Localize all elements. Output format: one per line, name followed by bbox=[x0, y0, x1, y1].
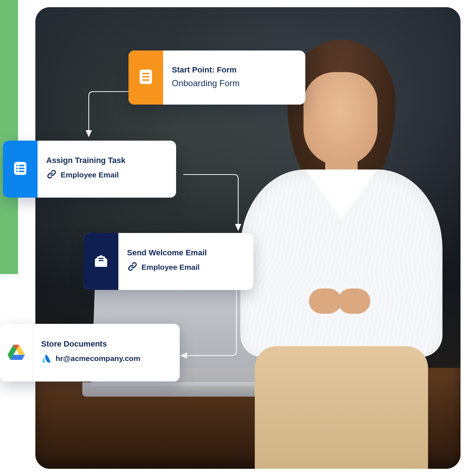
card-store-documents[interactable]: Store Documents hr@acmecompany.com bbox=[0, 324, 180, 382]
card-link-text: Employee Email bbox=[141, 263, 200, 272]
svg-marker-0 bbox=[86, 131, 91, 136]
connector-3 bbox=[179, 287, 240, 359]
svg-rect-15 bbox=[99, 258, 104, 259]
card-assign-training[interactable]: Assign Training Task Employee Email bbox=[3, 141, 176, 198]
card-welcome-email[interactable]: Send Welcome Email Employee Email bbox=[84, 233, 253, 290]
card-title: Store Documents bbox=[41, 339, 140, 349]
svg-point-10 bbox=[16, 168, 18, 169]
connector-1 bbox=[86, 89, 133, 139]
connector-2 bbox=[180, 172, 242, 233]
card-title: Assign Training Task bbox=[46, 156, 126, 165]
svg-point-12 bbox=[16, 171, 18, 172]
svg-point-8 bbox=[16, 165, 18, 167]
link-icon bbox=[127, 261, 138, 273]
svg-rect-13 bbox=[19, 171, 25, 172]
card-title: Start Point: Form bbox=[172, 65, 240, 75]
svg-rect-6 bbox=[142, 79, 149, 81]
svg-marker-2 bbox=[181, 353, 187, 358]
svg-rect-4 bbox=[142, 73, 149, 74]
card-link-text: Employee Email bbox=[61, 171, 119, 179]
svg-rect-9 bbox=[19, 165, 25, 166]
card-subtitle: Onboarding Form bbox=[172, 78, 240, 88]
card-title: Send Welcome Email bbox=[127, 248, 207, 257]
atlassian-icon bbox=[41, 352, 52, 365]
drive-icon bbox=[7, 344, 25, 362]
card-start-point[interactable]: Start Point: Form Onboarding Form bbox=[128, 50, 305, 105]
form-icon bbox=[138, 69, 154, 87]
card-account-text: hr@acmecompany.com bbox=[56, 354, 140, 363]
svg-rect-16 bbox=[99, 260, 104, 261]
checklist-icon bbox=[12, 160, 29, 178]
link-icon bbox=[46, 169, 57, 181]
svg-marker-1 bbox=[236, 224, 241, 230]
svg-rect-11 bbox=[19, 168, 25, 169]
svg-rect-5 bbox=[142, 76, 149, 78]
mail-icon bbox=[92, 252, 110, 271]
decorative-strip bbox=[0, 0, 18, 274]
workflow-diagram: Start Point: Form Onboarding Form Assign… bbox=[0, 0, 467, 476]
